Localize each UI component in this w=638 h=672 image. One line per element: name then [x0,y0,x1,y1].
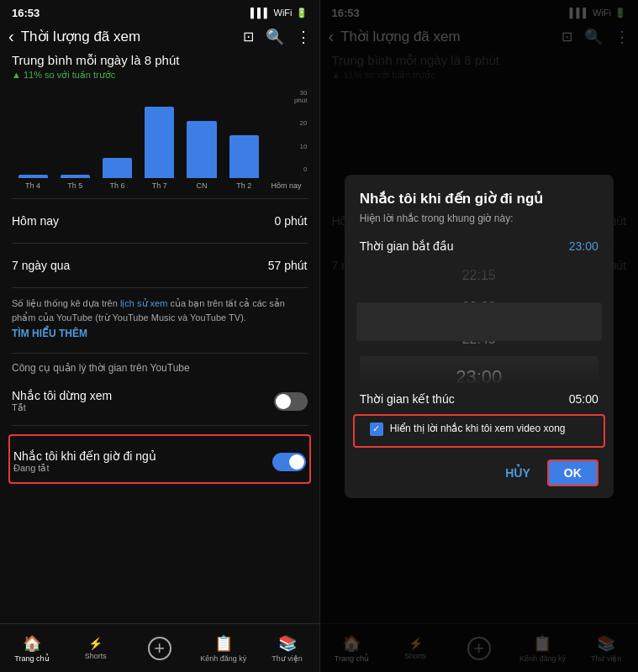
divider-3 [12,287,308,288]
y-label-0: 0 [303,166,307,173]
signal-icon: ▌▌▌ [250,8,270,18]
chart-col-Hôm-nay: Hôm nay [265,178,307,190]
dialog-end-row: Thời gian kết thúc 05:00 [345,387,614,414]
divider-5 [12,425,308,426]
chart-col-Th-5: Th 5 [54,175,96,190]
toggle-thumb-stop [276,394,291,409]
nav-library-label-left: Thư viện [272,654,303,663]
right-panel: 16:53 ▌▌▌ WiFi 🔋 ‹ Thời lượng đã xem ⊡ 🔍… [319,0,639,672]
checkbox-remind[interactable]: ✓ [370,423,383,436]
subscriptions-icon-left: 📋 [214,634,233,653]
checkbox-check-icon: ✓ [372,423,380,434]
dialog-overlay: Nhắc tôi khi đến giờ đi ngủ Hiện lời nhắ… [320,0,639,672]
dialog-end-label: Thời gian kết thúc [360,392,455,406]
nav-subscriptions-left[interactable]: 📋 Kênh đăng ký [192,624,256,672]
bar-Th 6 [103,158,132,178]
bar-Th 7 [145,107,174,178]
bar-Th 4 [18,175,48,178]
time-option-2215[interactable]: 22:15 [345,260,614,291]
shorts-icon-left: ⚡ [88,637,103,650]
time-option-2300[interactable]: 23:00 [360,356,598,384]
checkbox-row[interactable]: ✓ Hiển thị lời nhắc khi tôi xem video xo… [353,414,605,448]
status-icons-left: ▌▌▌ WiFi 🔋 [250,8,307,18]
avg-arrow: ▲ [12,70,24,80]
stat-label-today: Hôm nay [12,214,59,228]
nav-home-label-left: Trang chủ [14,654,49,663]
chart-col-CN: CN [181,121,223,190]
nav-subs-label-left: Kênh đăng ký [200,654,246,663]
stat-row-today: Hôm nay 0 phút [12,207,308,234]
dialog-actions: HỦY OK [345,456,614,498]
y-unit: 30phút [294,89,308,104]
content-left: Trung bình mỗi ngày là 8 phút ▲ 11% so v… [0,53,319,623]
chart-col-Th-4: Th 4 [12,175,54,190]
cancel-button[interactable]: HỦY [495,459,540,486]
home-icon-left: 🏠 [23,634,41,653]
time-option-2245[interactable]: 22:45 [345,323,614,355]
dialog-start-label: Thời gian bắt đầu [360,239,454,253]
toggle-thumb-bedtime [289,454,304,470]
toggle-label-bedtime: Nhắc tôi khi đến giờ đi ngủ Đang tắt [13,449,156,474]
bar-label-Th 5: Th 5 [67,181,82,190]
nav-library-left[interactable]: 📚 Thư viện [256,624,319,672]
cast-icon-left[interactable]: ⊡ [243,29,254,45]
divider-1 [12,198,308,199]
status-time-left: 16:53 [12,7,40,19]
header-left: ‹ Thời lượng đã xem ⊡ 🔍 ⋮ [0,24,319,53]
bar-Th 5 [61,175,90,178]
history-link[interactable]: lịch sử xem [120,298,167,308]
nav-shorts-label-left: Shorts [85,652,107,660]
ok-button[interactable]: OK [547,459,598,486]
search-icon-left[interactable]: 🔍 [266,28,284,46]
back-button-left[interactable]: ‹ [8,27,14,46]
page-title-left: Thời lượng đã xem [21,28,231,45]
avg-sub-left: ▲ 11% so với tuần trước [12,70,308,81]
checkbox-label: Hiển thị lời nhắc khi tôi xem video xong [390,423,566,436]
nav-create-left[interactable]: + [128,624,192,672]
stat-row-week: 7 ngày qua 57 phút [12,252,308,279]
left-panel: 16:53 ▌▌▌ WiFi 🔋 ‹ Thời lượng đã xem ⊡ 🔍… [0,0,319,672]
learn-more-left[interactable]: TÌM HIỂU THÊM [12,328,308,339]
battery-icon: 🔋 [296,8,308,18]
bar-Th 2 [229,135,259,178]
y-label-10: 10 [300,144,308,150]
time-picker[interactable]: 22:1522:3022:4523:0023:1523:3023:45 [345,260,614,384]
stat-value-week: 57 phút [268,259,308,272]
toggle-stop[interactable] [274,392,308,411]
chart-col-Th-6: Th 6 [96,158,138,190]
chart-area-left: Th 4 Th 5 Th 6 Th 7 CN Th 2 Hôm nay 30ph… [12,89,308,190]
bar-label-CN: CN [196,181,207,190]
y-label-20: 20 [300,120,308,127]
time-option-2230[interactable]: 22:30 [345,291,614,323]
nav-shorts-left[interactable]: ⚡ Shorts [64,624,128,672]
highlighted-bedtime-row: Nhắc tôi khi đến giờ đi ngủ Đang tắt [8,434,311,484]
bottom-nav-left: 🏠 Trang chủ ⚡ Shorts + 📋 Kênh đăng ký 📚 … [0,623,319,672]
bar-label-Th 7: Th 7 [152,181,167,190]
avg-title-left: Trung bình mỗi ngày là 8 phút [12,53,308,68]
dialog-title: Nhắc tôi khi đến giờ đi ngủ [345,175,614,213]
bar-label-Th 2: Th 2 [236,181,251,190]
bar-label-Th 4: Th 4 [25,181,40,190]
nav-home-left[interactable]: 🏠 Trang chủ [0,624,64,672]
create-icon-left: + [148,637,171,660]
chart-y-labels: 30phút 20 10 0 [294,89,308,173]
section-title-left: Công cụ quản lý thời gian trên YouTube [12,362,308,374]
divider-2 [12,243,308,244]
dialog-bedtime: Nhắc tôi khi đến giờ đi ngủ Hiện lời nhắ… [345,175,614,498]
toggle-row-stop: Nhắc tôi dừng xem Tắt [12,381,308,417]
toggle-bedtime[interactable] [272,453,306,471]
wifi-icon: WiFi [274,8,293,18]
more-icon-left[interactable]: ⋮ [296,28,311,46]
time-picker-list: 22:1522:3022:4523:0023:1523:3023:45 [345,260,614,384]
dialog-end-value: 05:00 [569,392,598,406]
dialog-start-row: Thời gian bắt đầu 23:00 [345,233,614,260]
toggle-label-stop: Nhắc tôi dừng xem Tắt [12,389,112,413]
stat-label-week: 7 ngày qua [12,259,70,272]
dialog-subtitle: Hiện lời nhắc trong khung giờ này: [345,213,614,233]
toggle-row-bedtime: Nhắc tôi khi đến giờ đi ngủ Đang tắt [13,441,306,477]
bar-CN [187,121,216,178]
status-bar-left: 16:53 ▌▌▌ WiFi 🔋 [0,0,319,24]
stat-value-today: 0 phút [275,214,308,228]
dialog-start-value: 23:00 [569,239,598,253]
chart-col-Th-7: Th 7 [139,107,181,190]
